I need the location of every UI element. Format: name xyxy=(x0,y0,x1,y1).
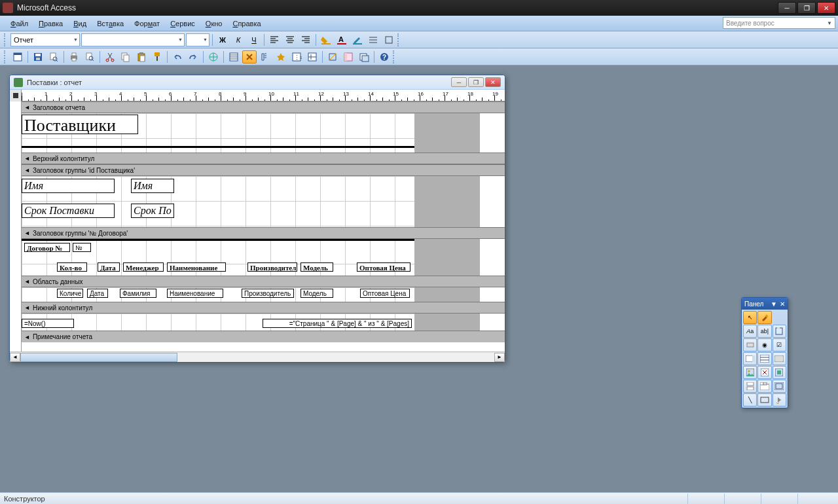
name-label[interactable]: Имя xyxy=(22,179,115,193)
tool-page-break[interactable] xyxy=(743,380,757,393)
hdr-price[interactable]: Оптовая Цена xyxy=(357,262,410,272)
section-page-footer[interactable]: ◄Нижний колонтитул xyxy=(22,302,505,314)
maximize-button[interactable]: ❐ xyxy=(797,2,816,14)
insert-hyperlink-button[interactable] xyxy=(206,50,221,63)
align-center-button[interactable] xyxy=(283,33,297,46)
menu-format[interactable]: Формат xyxy=(129,18,165,29)
section-report-header[interactable]: ◄Заголовок отчета xyxy=(22,101,505,113)
redo-button[interactable] xyxy=(186,50,200,63)
minimize-button[interactable]: ─ xyxy=(778,2,796,14)
section-group1-header[interactable]: ◄Заголовок группы 'id Поставщика' xyxy=(22,164,505,176)
new-object-button[interactable] xyxy=(357,50,371,63)
hdr-manuf[interactable]: Производител xyxy=(247,262,297,272)
hdr-name[interactable]: Наименование xyxy=(167,262,226,272)
toolbar-handle[interactable] xyxy=(4,33,7,46)
fld-date[interactable]: Дата xyxy=(87,289,108,298)
hdr-manager[interactable]: Менеджер xyxy=(123,262,164,272)
fld-qty[interactable]: Количе xyxy=(57,289,83,298)
toolbox-close-button[interactable]: ✕ xyxy=(780,300,785,308)
print-button[interactable] xyxy=(67,50,81,63)
help-button[interactable]: ? xyxy=(377,50,392,63)
menu-help[interactable]: Справка xyxy=(227,18,266,29)
bold-button[interactable]: Ж xyxy=(215,33,230,46)
tool-subform[interactable] xyxy=(773,380,786,393)
tool-line[interactable]: ╲ xyxy=(743,393,757,406)
horizontal-ruler[interactable]: 012345678910111213141516171819 xyxy=(22,90,505,101)
fld-price[interactable]: Оптовая Цена xyxy=(360,289,410,298)
undo-button[interactable] xyxy=(170,50,185,63)
hdr-date[interactable]: Дата xyxy=(98,262,120,272)
tool-toggle[interactable] xyxy=(743,338,757,351)
section-detail[interactable]: ◄Область данных xyxy=(22,276,505,287)
scroll-left-button[interactable]: ◄ xyxy=(10,353,20,362)
italic-button[interactable]: К xyxy=(231,33,246,46)
line-width-button[interactable] xyxy=(366,33,380,46)
fontsize-combo[interactable]: ▼ xyxy=(186,33,210,46)
now-field[interactable]: =Now() xyxy=(22,319,74,328)
special-effect-button[interactable] xyxy=(382,33,396,46)
delivery-field[interactable]: Срок По xyxy=(131,204,174,218)
toolbox-window[interactable]: Панел ▼ ✕ ↖ Aa ab| ◉ ☑ ╲ xyxy=(741,297,788,408)
file-search-button[interactable] xyxy=(46,50,61,63)
toolbox-titlebar[interactable]: Панел ▼ ✕ xyxy=(742,298,788,310)
section-report-footer[interactable]: ◄Примечание отчета xyxy=(22,331,505,342)
font-combo[interactable]: ▼ xyxy=(81,33,185,46)
tool-combo[interactable] xyxy=(743,352,757,365)
menu-file[interactable]: ФФайлайл xyxy=(5,18,33,29)
horizontal-scrollbar[interactable]: ◄ ► xyxy=(10,351,505,362)
hdr-model[interactable]: Модель xyxy=(301,262,333,272)
cut-button[interactable] xyxy=(103,50,117,63)
line-control[interactable] xyxy=(22,146,414,148)
fld-manuf[interactable]: Производитель xyxy=(242,289,294,298)
underline-button[interactable]: Ч xyxy=(247,33,261,46)
toolbar-end-handle-2[interactable] xyxy=(393,50,396,63)
name-field[interactable]: Имя xyxy=(131,179,174,193)
tool-unbound-object[interactable] xyxy=(757,366,771,379)
tool-label[interactable]: Aa xyxy=(743,325,757,338)
autoformat-button[interactable] xyxy=(274,50,288,63)
contract-field[interactable]: № xyxy=(73,243,91,252)
align-left-button[interactable] xyxy=(267,33,282,46)
scroll-right-button[interactable]: ► xyxy=(494,353,505,362)
tool-checkbox[interactable]: ☑ xyxy=(773,338,786,351)
scroll-track[interactable] xyxy=(20,353,494,362)
print-preview-button[interactable] xyxy=(82,50,97,63)
section-report-header-body[interactable]: Поставщики xyxy=(22,113,480,153)
fill-color-button[interactable] xyxy=(319,33,333,46)
section-group2-header[interactable]: ◄Заголовок группы '№ Договора' xyxy=(22,227,505,239)
toolbox-button[interactable] xyxy=(242,50,257,63)
fld-model[interactable]: Модель xyxy=(301,289,333,298)
tool-wizard[interactable] xyxy=(757,311,771,324)
build-button[interactable] xyxy=(325,50,340,63)
tool-rectangle[interactable] xyxy=(757,393,771,406)
code-button[interactable]: ⋮≡ xyxy=(289,50,304,63)
section-detail-body[interactable]: Количе Дата Фамилия Наименование Произво… xyxy=(22,287,480,302)
toolbar-handle-2[interactable] xyxy=(4,50,7,63)
menu-edit[interactable]: Правка xyxy=(33,18,68,29)
toolbar-end-handle[interactable] xyxy=(397,33,401,46)
section-page-footer-body[interactable]: =Now() ="Страница " & [Page] & " из " & … xyxy=(22,314,480,331)
scroll-thumb[interactable] xyxy=(20,353,177,362)
format-painter-button[interactable] xyxy=(150,50,164,63)
fld-name[interactable]: Наименование xyxy=(167,289,223,298)
copy-button[interactable] xyxy=(118,50,133,63)
tool-listbox[interactable] xyxy=(757,352,771,365)
sorting-grouping-button[interactable] xyxy=(258,50,272,63)
line-color-button[interactable] xyxy=(350,33,365,46)
menu-view[interactable]: Вид xyxy=(68,18,92,29)
menu-tools[interactable]: Сервис xyxy=(165,18,200,29)
line-control-2[interactable] xyxy=(22,239,414,241)
design-area[interactable]: ◄Заголовок отчета Поставщики ◄Верхний ко… xyxy=(22,101,505,351)
section-group1-header-body[interactable]: Имя Имя Срок Поставки Срок По xyxy=(22,176,480,227)
tool-tab[interactable] xyxy=(757,380,771,393)
chevron-down-icon[interactable]: ▼ xyxy=(771,300,777,308)
tool-textbox[interactable]: ab| xyxy=(757,325,771,338)
contract-label[interactable]: Договор № xyxy=(24,243,70,252)
properties-button[interactable] xyxy=(305,50,319,63)
child-maximize-button[interactable]: ❐ xyxy=(468,77,484,87)
page-field[interactable]: ="Страница " & [Page] & " из " & [Pages] xyxy=(263,319,412,328)
save-button[interactable] xyxy=(31,50,45,63)
help-search-input[interactable]: Введите вопрос ▼ xyxy=(723,17,835,29)
section-group2-header-body[interactable]: Договор № № Кол-во Дата Менеджер Наимено… xyxy=(22,239,480,276)
tool-button[interactable] xyxy=(773,352,786,365)
